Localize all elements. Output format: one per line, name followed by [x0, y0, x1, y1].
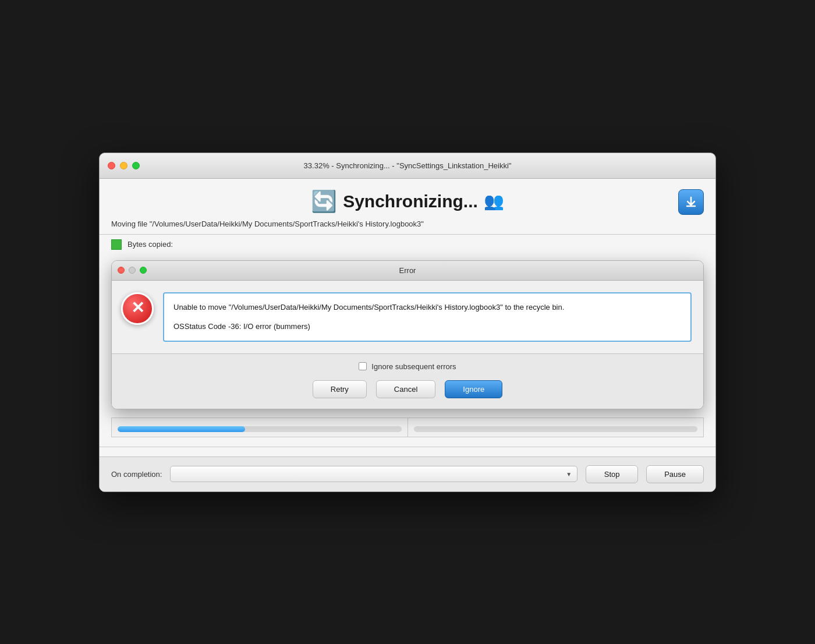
title-bar-buttons: [108, 162, 140, 169]
error-dialog-title: Error: [399, 266, 416, 275]
error-body: ✕ Unable to move "/Volumes/UserData/Heik…: [112, 281, 703, 354]
ignore-row: Ignore subsequent errors: [123, 362, 692, 371]
cancel-button[interactable]: Cancel: [376, 380, 435, 398]
ignore-label: Ignore subsequent errors: [371, 362, 456, 371]
minimize-button[interactable]: [120, 162, 127, 169]
close-button[interactable]: [108, 162, 115, 169]
error-dialog-overlay: Error ✕ Unable to move "/Volumes/UserDat…: [111, 260, 704, 409]
download-button[interactable]: [678, 189, 704, 215]
completion-select[interactable]: [170, 466, 577, 482]
error-dialog-titlebar-buttons: [118, 267, 147, 274]
retry-button[interactable]: Retry: [313, 380, 367, 398]
error-icon: ✕: [121, 292, 154, 325]
error-dialog-titlebar: Error: [112, 261, 703, 281]
completion-label: On completion:: [111, 470, 162, 479]
error-dialog: Error ✕ Unable to move "/Volumes/UserDat…: [111, 260, 704, 409]
pause-button[interactable]: Pause: [646, 465, 704, 483]
title-bar: 33.32% - Synchronizing... - "SyncSetting…: [100, 153, 715, 179]
error-buttons: Retry Cancel Ignore: [123, 380, 692, 398]
maximize-button[interactable]: [132, 162, 140, 169]
error-close-button[interactable]: [118, 267, 125, 274]
progress-col-2: [408, 417, 704, 437]
separator-2: [100, 447, 715, 447]
error-maximize-button[interactable]: [140, 267, 147, 274]
ignore-checkbox[interactable]: [359, 362, 367, 370]
bottom-bar: On completion: ▼ Stop Pause: [100, 457, 715, 491]
progress-track-2: [414, 426, 698, 432]
bytes-label: Bytes copied:: [127, 240, 173, 249]
bytes-indicator: [111, 239, 122, 250]
window-title: 33.32% - Synchronizing... - "SyncSetting…: [304, 161, 512, 170]
dual-progress: [111, 417, 704, 437]
progress-fill-1: [118, 426, 245, 432]
stop-button[interactable]: Stop: [586, 465, 638, 483]
completion-select-wrapper: ▼: [170, 466, 577, 482]
error-message-box: Unable to move "/Volumes/UserData/Heikki…: [163, 292, 692, 342]
progress-fill-2: [414, 426, 698, 432]
sync-header: 🔄 Synchronizing... 👥: [100, 179, 715, 220]
bytes-row: Bytes copied:: [100, 235, 715, 254]
sync-arrows-icon: 🔄: [311, 189, 337, 214]
ignore-button[interactable]: Ignore: [445, 380, 502, 398]
main-content: 🔄 Synchronizing... 👥 Moving file "/Volum…: [100, 179, 715, 491]
progress-track-1: [118, 426, 402, 432]
error-code-text: OSStatus Code -36: I/O error (bummers): [173, 321, 681, 332]
moving-file-text: Moving file "/Volumes/UserData/Heikki/My…: [100, 220, 715, 234]
people-sync-icon: 👥: [484, 192, 504, 211]
error-icon-container: ✕: [121, 292, 154, 342]
main-window: 33.32% - Synchronizing... - "SyncSetting…: [99, 153, 716, 492]
error-main-text: Unable to move "/Volumes/UserData/Heikki…: [173, 302, 681, 313]
error-x-icon: ✕: [131, 300, 144, 316]
sync-title: Synchronizing...: [343, 192, 478, 211]
progress-col-1: [111, 417, 408, 437]
error-footer: Ignore subsequent errors Retry Cancel Ig…: [112, 354, 703, 409]
error-minimize-button[interactable]: [129, 267, 136, 274]
